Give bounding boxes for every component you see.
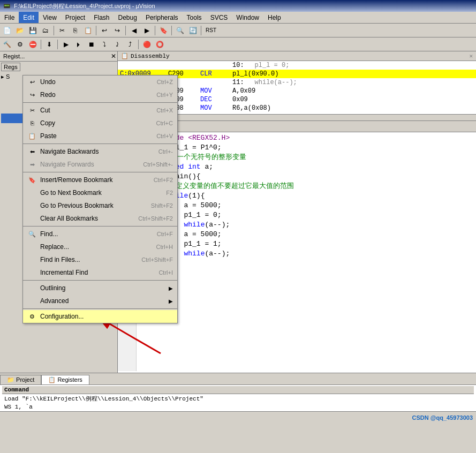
disasm-close[interactable]: ✕ xyxy=(469,52,473,59)
output-line-1: Load "F:\\kEILProject\\例程\\Lession_4\\Ob… xyxy=(2,394,474,403)
dd-advanced[interactable]: Advanced ▶ xyxy=(23,295,177,307)
build-btn[interactable]: 🔨 xyxy=(1,39,13,50)
redo-btn[interactable]: ↪ xyxy=(111,25,123,36)
sep6 xyxy=(201,26,201,35)
clear-bp-btn[interactable]: ⭕ xyxy=(154,39,165,50)
find-btn[interactable]: 🔍 xyxy=(174,25,186,36)
dd-undo[interactable]: ↩ Undo Ctrl+Z xyxy=(23,76,177,88)
disasm-icon: 📋 xyxy=(121,52,129,59)
code-line-2: sbit p1_1 = P1^0; xyxy=(150,143,472,153)
output-header: Command xyxy=(2,386,474,394)
copy-btn[interactable]: ⎘ xyxy=(69,25,81,36)
bookmark-icon: 🔖 xyxy=(27,176,37,184)
undo-btn[interactable]: ↩ xyxy=(99,25,110,36)
cut-icon: ✂ xyxy=(27,106,37,115)
code-line-8: while(1){ xyxy=(150,191,472,201)
menu-flash[interactable]: Flash xyxy=(89,12,114,23)
toolbar1: 📄 📂 💾 🗂 ✂ ⎘ 📋 ↩ ↪ ◀ ▶ 🔖 🔍 🔄 RST xyxy=(0,24,476,37)
dd-paste[interactable]: 📋 Paste Ctrl+V xyxy=(23,130,177,142)
registers-icon: 📋 xyxy=(48,376,56,383)
tab-registers[interactable]: 📋 Registers xyxy=(41,375,89,384)
menu-project[interactable]: Project xyxy=(61,12,89,23)
dd-nav-fwd: ➡ Navigate Forwards Ctrl+Shift+- xyxy=(23,158,177,171)
code-line-10: p1_1 = 0; xyxy=(150,210,472,220)
code-line-13: p1_1 = 1; xyxy=(150,239,472,249)
sep3 xyxy=(23,172,177,172)
stop-btn[interactable]: ⛔ xyxy=(27,39,39,50)
config-icon: ⚙ xyxy=(27,312,37,321)
replace-icon xyxy=(27,243,37,251)
edit-menu-dropdown: ↩ Undo Ctrl+Z ↪ Redo Ctrl+Y ✂ Cut Ctrl+X… xyxy=(22,75,178,323)
cut-btn[interactable]: ✂ xyxy=(56,25,68,36)
tab-registers-label: Registers xyxy=(57,376,82,383)
disasm-title: Disassembly xyxy=(131,53,170,59)
step-btn[interactable]: ⤵ xyxy=(99,39,110,50)
sidebar-close[interactable]: ✕ xyxy=(111,52,116,60)
disasm-row: 10: pl_l = 0; xyxy=(118,61,476,70)
menu-window[interactable]: Window xyxy=(232,12,263,23)
nav-fwd-btn[interactable]: ▶ xyxy=(141,25,153,36)
prev-bookmark-icon xyxy=(27,201,37,210)
dd-redo[interactable]: ↪ Redo Ctrl+Y xyxy=(23,88,177,101)
save-btn[interactable]: 💾 xyxy=(27,25,39,36)
sep1 xyxy=(23,102,177,103)
dd-cut[interactable]: ✂ Cut Ctrl+X xyxy=(23,104,177,117)
dd-clear-bookmarks[interactable]: Clear All Bookmarks Ctrl+Shift+F2 xyxy=(23,212,177,225)
code-line-6: void main(){ xyxy=(150,172,472,182)
replace-btn[interactable]: 🔄 xyxy=(187,25,199,36)
paste-btn[interactable]: 📋 xyxy=(82,25,94,36)
nav-back-btn[interactable]: ◀ xyxy=(128,25,140,36)
bottom-tabs: 📁 Project 📋 Registers xyxy=(0,373,476,384)
sep7 xyxy=(41,40,41,49)
breakpoint-btn[interactable]: 🔴 xyxy=(141,39,153,50)
dd-incr-find[interactable]: Incremental Find Ctrl+I xyxy=(23,266,177,279)
open-btn[interactable]: 📂 xyxy=(14,25,26,36)
dd-find-files[interactable]: Find in Files... Ctrl+Shift+F xyxy=(23,253,177,266)
menu-file[interactable]: File xyxy=(0,12,19,23)
code-line-12: a = 5000; xyxy=(150,230,472,239)
dd-bookmark[interactable]: 🔖 Insert/Remove Bookmark Ctrl+F2 xyxy=(23,173,177,186)
run-btn[interactable]: ⏵ xyxy=(73,39,85,50)
dd-copy[interactable]: ⎘ Copy Ctrl+C xyxy=(23,117,177,130)
menu-view[interactable]: View xyxy=(39,12,61,23)
download-btn[interactable]: ⬇ xyxy=(43,39,55,50)
menu-peripherals[interactable]: Peripherals xyxy=(141,12,183,23)
code-line-4: unsigned int a; xyxy=(150,162,472,172)
dd-nav-back[interactable]: ⬅ Navigate Backwards Ctrl+- xyxy=(23,145,177,158)
copy-icon: ⎘ xyxy=(27,119,37,127)
step-over-btn[interactable]: ⤸ xyxy=(111,39,123,50)
menu-tools[interactable]: Tools xyxy=(183,12,206,23)
dd-outlining[interactable]: Outlining ▶ xyxy=(23,282,177,295)
sep4 xyxy=(23,226,177,227)
stop2-btn[interactable]: ⏹ xyxy=(86,39,97,50)
dd-configuration[interactable]: ⚙ Configuration... xyxy=(23,310,177,323)
menu-svcs[interactable]: SVCS xyxy=(206,12,232,23)
menu-help[interactable]: Help xyxy=(263,12,285,23)
code-content[interactable]: #include <REGX52.H> sbit p1_1 = P1^0; //… xyxy=(146,132,476,371)
find-icon: 🔍 xyxy=(27,230,37,238)
code-line-15: } xyxy=(150,259,472,268)
new-btn[interactable]: 📄 xyxy=(1,25,13,36)
code-line-11: while(a--); xyxy=(150,220,472,230)
dd-find[interactable]: 🔍 Find... Ctrl+F xyxy=(23,228,177,240)
incr-find-icon xyxy=(27,268,37,277)
status-right-text: CSDN @qq_45973003 xyxy=(412,414,473,421)
rebuild-btn[interactable]: ⚙ xyxy=(14,39,26,50)
menu-edit[interactable]: Edit xyxy=(19,12,39,23)
dd-prev-bookmark[interactable]: Go to Previous Bookmark Shift+F2 xyxy=(23,199,177,212)
step-out-btn[interactable]: ⤴ xyxy=(124,39,136,50)
nav-fwd-icon: ➡ xyxy=(27,160,37,169)
code-line-7: //定义变量的值不要超过它最大值的范围 xyxy=(150,182,472,191)
dd-next-bookmark[interactable]: Go to Next Bookmark F2 xyxy=(23,186,177,199)
debug-start-btn[interactable]: ▶ xyxy=(60,39,72,50)
sep8 xyxy=(57,40,58,49)
sep3 xyxy=(125,26,126,35)
regs-button[interactable]: Regs xyxy=(1,63,20,71)
tab-project[interactable]: 📁 Project xyxy=(0,375,41,384)
code-line-9: a = 5000; xyxy=(150,201,472,210)
save-all-btn[interactable]: 🗂 xyxy=(40,25,51,36)
advanced-icon xyxy=(27,297,37,305)
menu-debug[interactable]: Debug xyxy=(114,12,141,23)
dd-replace[interactable]: Replace... Ctrl+H xyxy=(23,240,177,253)
bookmark-btn[interactable]: 🔖 xyxy=(157,25,169,36)
